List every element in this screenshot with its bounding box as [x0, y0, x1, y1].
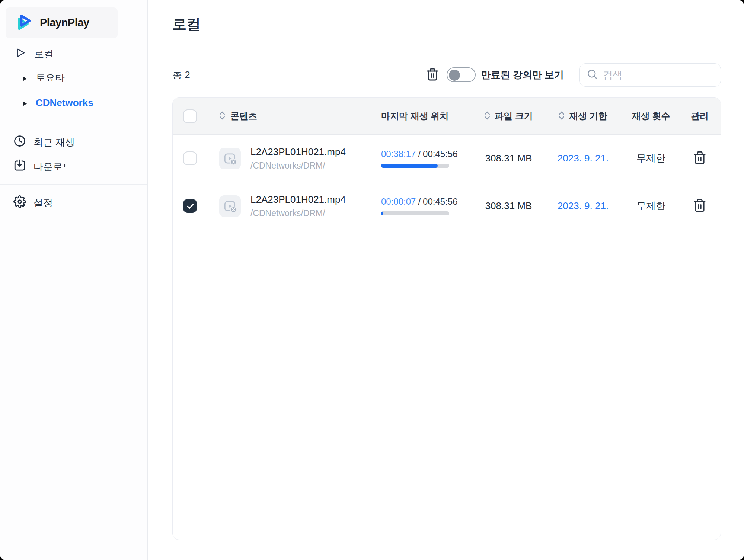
row-checkbox[interactable]: [183, 151, 197, 165]
total-count: 총 2: [172, 68, 190, 81]
playnplay-logo-icon: [16, 14, 33, 32]
expiry-date: 2023. 9. 21.: [558, 153, 609, 164]
last-position: 00:38:17/00:45:56: [381, 149, 474, 159]
sidebar-item-label: 설정: [33, 196, 53, 209]
column-header-play-count: 재생 횟수: [623, 110, 679, 122]
sidebar-item-label: CDNetworks: [36, 97, 93, 109]
trash-icon: [693, 198, 707, 214]
sidebar-item-label: 토요타: [36, 71, 65, 84]
sidebar: PlaynPlay 로컬 토요타 CDNetworks: [0, 0, 148, 560]
page-title: 로컬: [172, 15, 721, 34]
caret-right-icon: [23, 72, 27, 84]
trash-icon: [426, 68, 439, 82]
sort-icon: [219, 111, 225, 122]
progress-fill: [381, 211, 383, 215]
column-header-expiry[interactable]: 재생 기한: [543, 110, 623, 122]
search-icon: [587, 68, 598, 81]
progress-bar: [381, 164, 449, 168]
sidebar-item-downloads[interactable]: 다운로드: [0, 154, 147, 179]
file-name: L2A23PL01H021.mp4: [250, 146, 346, 158]
play-count: 무제한: [636, 199, 665, 212]
column-header-file-size[interactable]: 파일 크기: [474, 110, 543, 122]
main-content: 로컬 총 2 만료된 강의만 보기: [148, 0, 744, 560]
trash-icon: [693, 151, 707, 166]
delete-row-button[interactable]: [693, 151, 707, 166]
sort-icon: [484, 111, 490, 122]
download-icon: [13, 159, 26, 175]
play-icon: [15, 47, 26, 61]
progress-fill: [381, 164, 438, 168]
sidebar-item-label: 로컬: [34, 48, 54, 61]
expired-filter-toggle[interactable]: [447, 67, 476, 82]
column-header-content[interactable]: 콘텐츠: [206, 110, 381, 122]
file-size: 308.31 MB: [485, 153, 532, 164]
sidebar-item-local[interactable]: 로컬: [0, 42, 147, 65]
column-header-manage: 관리: [679, 110, 721, 122]
video-unavailable-icon: [219, 148, 241, 169]
expired-filter-label: 만료된 강의만 보기: [481, 68, 564, 81]
table-header: 콘텐츠 마지막 재생 위치 파일 크기: [173, 98, 721, 135]
gear-icon: [13, 195, 26, 211]
file-path: /CDNetworks/DRM/: [250, 208, 346, 218]
sidebar-item-label: 최근 재생: [33, 136, 75, 149]
delete-selected-button[interactable]: [426, 68, 439, 82]
file-path: /CDNetworks/DRM/: [250, 161, 346, 171]
caret-right-icon: [23, 97, 27, 109]
sidebar-divider: [0, 121, 147, 121]
select-all-checkbox[interactable]: [183, 109, 197, 123]
video-unavailable-icon: [219, 195, 241, 217]
table-row: L2A23PL01H021.mp4 /CDNetworks/DRM/ 00:00…: [173, 182, 721, 230]
toggle-knob: [449, 70, 460, 81]
file-name: L2A23PL01H021.mp4: [250, 194, 346, 205]
files-table: 콘텐츠 마지막 재생 위치 파일 크기: [172, 97, 721, 540]
delete-row-button[interactable]: [693, 198, 707, 214]
table-row: L2A23PL01H021.mp4 /CDNetworks/DRM/ 00:38…: [173, 135, 721, 182]
search-box[interactable]: [579, 63, 721, 87]
search-input[interactable]: [603, 69, 714, 81]
sidebar-item-settings[interactable]: 설정: [0, 191, 147, 215]
last-position: 00:00:07/00:45:56: [381, 196, 474, 207]
sidebar-item-label: 다운로드: [33, 160, 72, 173]
clock-icon: [13, 135, 26, 150]
file-size: 308.31 MB: [485, 200, 532, 212]
app-window: PlaynPlay 로컬 토요타 CDNetworks: [0, 0, 744, 560]
sidebar-item-cdnetworks[interactable]: CDNetworks: [0, 90, 147, 115]
sidebar-item-recent[interactable]: 최근 재생: [0, 130, 147, 154]
play-count: 무제한: [636, 152, 665, 165]
column-header-last-position: 마지막 재생 위치: [381, 110, 474, 122]
toolbar: 총 2 만료된 강의만 보기: [172, 63, 721, 87]
row-checkbox[interactable]: [183, 199, 197, 213]
progress-bar: [381, 211, 449, 215]
expiry-date: 2023. 9. 21.: [558, 200, 609, 212]
brand-logo: PlaynPlay: [6, 7, 118, 38]
brand-name: PlaynPlay: [40, 17, 89, 29]
sort-icon: [559, 111, 565, 122]
sidebar-item-toyota[interactable]: 토요타: [0, 65, 147, 90]
